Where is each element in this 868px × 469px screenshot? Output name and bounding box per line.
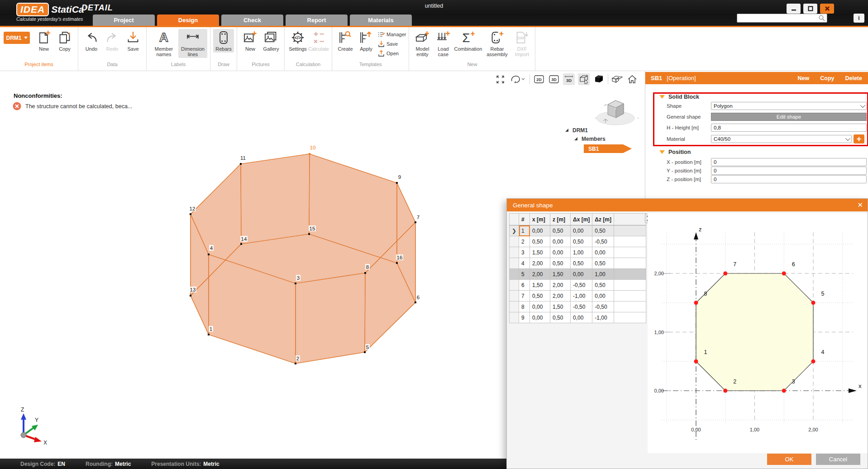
fit-view-button[interactable] xyxy=(494,73,506,85)
tab-check[interactable]: Check xyxy=(221,14,283,26)
nonconformities-message[interactable]: The structure cannot be calculated, beca… xyxy=(25,103,132,110)
undo-button[interactable]: Undo xyxy=(81,29,102,53)
group-label-labels: Labels xyxy=(149,62,207,71)
z-position-input[interactable]: 0 xyxy=(711,175,867,183)
ok-button[interactable]: OK xyxy=(767,454,811,465)
dialog-title-bar[interactable]: General shape ✕ xyxy=(507,199,868,211)
new-project-item-button[interactable]: New xyxy=(33,29,54,53)
shape-points-table[interactable]: #x [m]z [m]Δx [m]Δz [m]❯10,000,500,000,5… xyxy=(509,213,646,323)
redo-button[interactable]: Redo xyxy=(102,29,123,53)
settings-button[interactable]: </> Settings xyxy=(287,29,308,53)
tree-item-members[interactable]: Members xyxy=(574,134,632,143)
svg-text:4: 4 xyxy=(821,349,825,355)
orbit-button[interactable] xyxy=(509,73,526,85)
home-view-button[interactable] xyxy=(626,73,638,85)
tree-item-drm1[interactable]: DRM1 xyxy=(565,126,632,134)
close-button[interactable] xyxy=(820,4,834,14)
template-save-button[interactable]: Save xyxy=(377,39,406,48)
shape-dropdown[interactable]: Polygon xyxy=(711,102,867,110)
table-row[interactable]: 80,001,50-0,50-0,50 xyxy=(510,302,646,312)
view-3d-icon: 3D xyxy=(549,75,559,83)
dxf-import-button[interactable]: DXF DXF Import xyxy=(511,29,532,58)
logo-statica: StatiCa xyxy=(51,4,84,15)
axis-triad: Z Y X xyxy=(10,407,53,450)
table-row[interactable]: 52,001,500,001,00 xyxy=(510,269,646,280)
copy-project-item-button[interactable]: Copy xyxy=(54,29,75,53)
presentation-units-status: Presentation Units: Metric xyxy=(151,461,219,467)
height-input[interactable]: 0,8 xyxy=(711,124,867,132)
template-manager-button[interactable]: Manager xyxy=(377,29,406,39)
rebars-button[interactable]: Rebars xyxy=(213,29,234,53)
template-mini-buttons: Manager Save Open xyxy=(377,29,406,58)
search-input[interactable] xyxy=(737,14,818,22)
dialog-close-icon[interactable]: ✕ xyxy=(857,201,863,209)
view-3d-button[interactable]: 3D xyxy=(548,73,560,85)
x-position-input[interactable]: 0 xyxy=(711,158,867,166)
shape-preview-chart[interactable]: zx123456780,001,002,000,001,002,00 xyxy=(648,213,868,453)
cancel-button[interactable]: Cancel xyxy=(816,454,860,465)
navigation-cube-icon: Y Z xyxy=(591,95,640,129)
position-section-header[interactable]: Position xyxy=(659,149,691,155)
solid-block-section-header[interactable]: Solid Block xyxy=(659,94,699,100)
load-case-button[interactable]: Load case xyxy=(433,29,453,58)
operation-delete-button[interactable]: Delete xyxy=(845,75,862,81)
table-row[interactable]: 20,500,000,50-0,50 xyxy=(510,236,646,247)
navigation-cube[interactable]: Y Z xyxy=(591,95,640,130)
gallery-button[interactable]: Gallery xyxy=(261,29,281,53)
minimize-button[interactable] xyxy=(787,4,801,14)
material-dropdown[interactable]: C40/50 xyxy=(711,135,852,143)
member-names-button[interactable]: A Member names xyxy=(149,29,178,58)
svg-text:x: x xyxy=(858,383,862,389)
tab-project[interactable]: Project xyxy=(93,14,155,26)
rebar-assembly-button[interactable]: Rebar assembly xyxy=(482,29,511,58)
model-tree: DRM1 Members SB1 xyxy=(565,126,632,153)
operation-new-button[interactable]: New xyxy=(798,75,810,81)
save-button[interactable]: Save xyxy=(123,29,143,53)
info-button[interactable]: i xyxy=(854,14,864,23)
tab-report[interactable]: Report xyxy=(286,14,348,26)
add-material-button[interactable] xyxy=(854,134,864,144)
toolbar-separator xyxy=(608,74,608,84)
operation-copy-button[interactable]: Copy xyxy=(820,75,834,81)
create-template-button[interactable]: Create xyxy=(335,29,356,53)
svg-text:A: A xyxy=(159,30,168,44)
tab-design[interactable]: Design xyxy=(157,14,219,26)
view-2d-button[interactable]: 2D xyxy=(533,73,545,85)
apply-template-button[interactable]: Apply xyxy=(356,29,377,53)
collapse-triangle-icon xyxy=(659,150,665,154)
wireframe-view-button[interactable] xyxy=(578,73,590,85)
axonometry-view-icon: 3D xyxy=(564,75,574,84)
fit-view-icon xyxy=(496,75,505,84)
axis-triad-icon: Z Y X xyxy=(10,407,53,448)
solid-view-button[interactable] xyxy=(593,73,605,85)
svg-text:Z: Z xyxy=(21,407,24,413)
table-row[interactable]: 61,502,00-0,500,50 xyxy=(510,280,646,291)
main-tabs: Project Design Check Report Materials xyxy=(93,14,412,26)
tab-materials[interactable]: Materials xyxy=(350,14,412,26)
dimension-lines-button[interactable]: Dimension lines xyxy=(178,29,207,58)
table-row[interactable]: 42,000,500,500,50 xyxy=(510,258,646,269)
project-item-selector[interactable]: DRM1 xyxy=(4,32,30,44)
maximize-button[interactable] xyxy=(803,4,817,14)
table-row[interactable]: ❯10,000,500,000,50 xyxy=(510,225,646,236)
y-position-input[interactable]: 0 xyxy=(711,167,867,175)
search-box[interactable] xyxy=(737,14,827,23)
axonometry-view-button[interactable]: 3D xyxy=(563,73,575,85)
model-entity-button[interactable]: Model entity xyxy=(412,29,433,58)
tree-item-sb1[interactable]: SB1 xyxy=(584,144,632,153)
redo-icon xyxy=(105,30,120,45)
edit-shape-button[interactable]: Edit shape xyxy=(711,113,867,121)
svg-text:4: 4 xyxy=(210,245,213,251)
logo-idea: IDEA xyxy=(16,3,49,16)
calculate-button[interactable]: Calculate xyxy=(308,29,329,53)
new-picture-button[interactable]: New xyxy=(240,29,261,53)
table-header: Δx [m] xyxy=(571,214,592,225)
collapse-triangle-icon xyxy=(659,95,665,99)
template-open-button[interactable]: Open xyxy=(377,48,406,58)
table-row[interactable]: 31,500,001,000,00 xyxy=(510,247,646,258)
table-row[interactable]: 90,000,500,00-1,00 xyxy=(510,312,646,323)
section-view-button[interactable] xyxy=(611,73,623,85)
group-label-project-items: Project items xyxy=(3,62,75,71)
combination-button[interactable]: Σ Combination xyxy=(453,29,482,53)
table-row[interactable]: 70,502,00-1,000,00 xyxy=(510,291,646,302)
